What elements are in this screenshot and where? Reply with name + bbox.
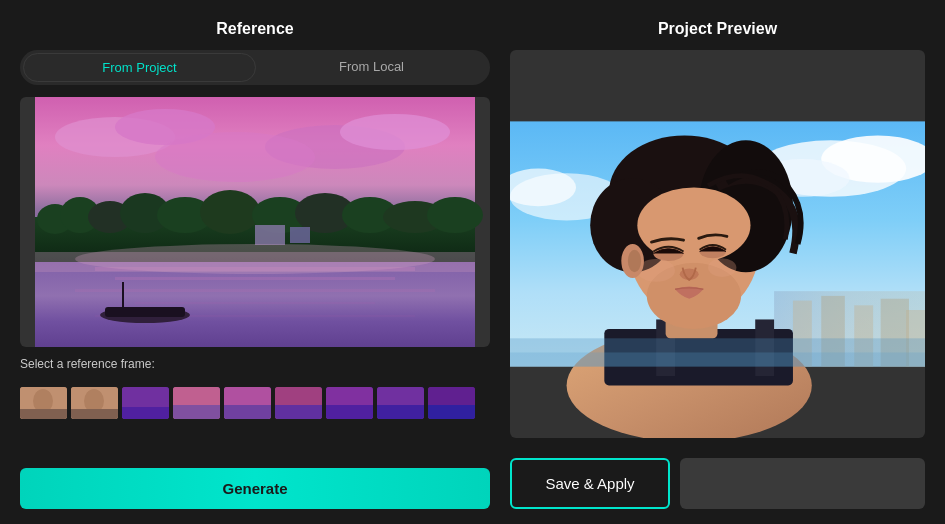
generate-button[interactable]: Generate: [20, 468, 490, 509]
svg-rect-18: [255, 225, 285, 245]
svg-rect-38: [122, 407, 169, 419]
svg-rect-36: [71, 409, 118, 419]
tab-from-local[interactable]: From Local: [256, 53, 487, 82]
right-panel: Project Preview: [510, 20, 925, 438]
filmstrip-frame-3[interactable]: [122, 387, 169, 419]
svg-point-78: [708, 258, 736, 277]
reference-image: [20, 97, 490, 347]
reference-title: Reference: [20, 20, 490, 38]
svg-rect-23: [75, 289, 435, 292]
svg-rect-22: [115, 277, 395, 280]
bottom-row: Generate Save & Apply: [0, 448, 945, 524]
svg-point-4: [340, 114, 450, 150]
svg-point-17: [427, 197, 483, 233]
svg-rect-40: [173, 405, 220, 419]
select-frame-label: Select a reference frame:: [20, 357, 490, 371]
svg-rect-42: [224, 405, 271, 419]
svg-point-27: [75, 244, 435, 274]
tab-bar: From Project From Local: [20, 50, 490, 85]
tab-from-project[interactable]: From Project: [23, 53, 256, 82]
filmstrip-frame-7[interactable]: [326, 387, 373, 419]
left-panel: Reference From Project From Local: [20, 20, 490, 438]
svg-rect-82: [510, 352, 925, 366]
reference-image-svg: [20, 97, 490, 347]
filmstrip-frame-2[interactable]: [71, 387, 118, 419]
svg-point-12: [200, 190, 260, 234]
filmstrip-frame-9[interactable]: [428, 387, 475, 419]
svg-rect-33: [20, 409, 67, 419]
filmstrip-frame-6[interactable]: [275, 387, 322, 419]
filmstrip-frame-5[interactable]: [224, 387, 271, 419]
main-container: Reference From Project From Local: [0, 0, 945, 448]
export-button[interactable]: [680, 458, 925, 509]
bottom-right: Save & Apply: [510, 458, 925, 509]
filmstrip-frame-1[interactable]: [20, 387, 67, 419]
svg-rect-48: [377, 405, 424, 419]
svg-rect-44: [275, 405, 322, 419]
save-apply-button[interactable]: Save & Apply: [510, 458, 670, 509]
project-preview-image: [510, 50, 925, 438]
svg-rect-20: [35, 262, 475, 347]
svg-point-5: [155, 132, 315, 182]
svg-rect-50: [428, 405, 475, 419]
bottom-left: Generate: [20, 458, 490, 509]
filmstrip-frame-8[interactable]: [377, 387, 424, 419]
svg-rect-29: [105, 307, 185, 317]
svg-rect-46: [326, 405, 373, 419]
filmstrip: [20, 377, 490, 419]
filmstrip-frame-4[interactable]: [173, 387, 220, 419]
preview-image-svg: [510, 50, 925, 438]
svg-point-80: [628, 250, 641, 273]
project-preview-title: Project Preview: [510, 20, 925, 38]
svg-rect-19: [290, 227, 310, 243]
svg-rect-24: [135, 302, 375, 304]
